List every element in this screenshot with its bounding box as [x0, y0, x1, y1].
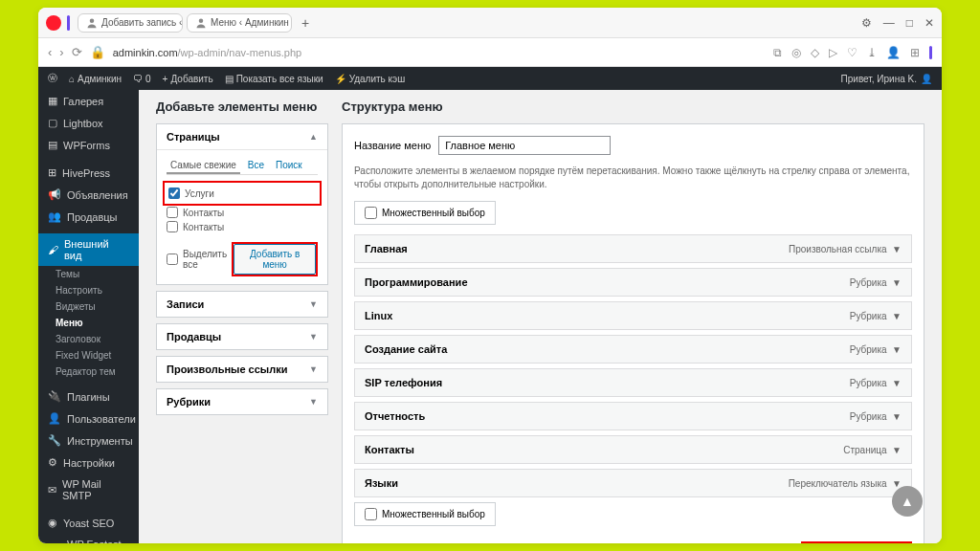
toolbar-icon[interactable]: 👤 [886, 46, 901, 59]
new-tab-button[interactable]: + [296, 13, 315, 33]
toolbar-icon[interactable]: ◎ [791, 46, 801, 59]
tab-recent[interactable]: Самые свежие [167, 158, 240, 174]
url-field[interactable]: adminkin.com/wp-admin/nav-menus.php [113, 47, 766, 58]
browser-tab-1[interactable]: Добавить запись ‹ Адми… [78, 13, 183, 33]
site-link[interactable]: ⌂ Админкин [69, 74, 122, 84]
toolbar-icon[interactable]: ▷ [829, 46, 837, 59]
panel-categories[interactable]: Рубрики▼ [157, 389, 327, 414]
sidebar-item[interactable]: ◉ Yoast SEO [38, 512, 139, 534]
add-to-menu-button[interactable]: Добавить в меню [234, 244, 316, 275]
chevron-up-icon: ▲ [309, 132, 318, 142]
browser-titlebar: Добавить запись ‹ Адми… Меню ‹ Админкин … [38, 8, 942, 38]
menu-item[interactable]: SIP телефонияРубрика ▼ [354, 368, 912, 397]
reload-button[interactable]: ⟳ [72, 45, 82, 59]
panel-pages-header[interactable]: Страницы▲ [157, 124, 327, 150]
menu-item[interactable]: LinuxРубрика ▼ [354, 301, 912, 330]
sidebar-item[interactable]: 🔧 Инструменты [38, 430, 139, 452]
menu-item[interactable]: ЯзыкиПереключатель языка ▼ [354, 469, 912, 497]
sidebar-item[interactable]: ⚡ WP Fastest Cache [38, 534, 139, 543]
sidebar-item-appearance[interactable]: 🖌 Внешний вид [38, 233, 139, 266]
comments-link[interactable]: 🗨 0 [133, 74, 151, 84]
svg-point-0 [90, 18, 95, 23]
languages-link[interactable]: ▤ Показать все языки [225, 74, 323, 84]
lock-icon: 🔒 [90, 45, 105, 59]
cache-link[interactable]: ⚡ Удалить кэш [335, 74, 406, 84]
admin-sidebar: ▦ Галерея ▢ Lightbox ▤ WPForms ⊞ HivePre… [38, 90, 139, 543]
chevron-down-icon: ▼ [309, 299, 318, 309]
minimize-icon[interactable]: — [883, 16, 895, 30]
chevron-down-icon: ▼ [309, 364, 318, 374]
sidebar-item[interactable]: 📢 Объявления [38, 184, 139, 206]
select-all-checkbox[interactable]: Выделить все [167, 249, 232, 270]
sidebar-sub[interactable]: Fixed Widget [38, 347, 139, 364]
sidebar-item[interactable]: ▦ Галерея [38, 90, 139, 112]
sidebar-sub[interactable]: Настроить [38, 282, 139, 298]
hint-text: Расположите элементы в желаемом порядке … [354, 165, 912, 191]
toolbar-icon[interactable]: ⊞ [910, 46, 920, 59]
opera-icon [46, 15, 61, 31]
menu-item[interactable]: КонтактыСтраница ▼ [354, 435, 912, 464]
toolbar-icon[interactable]: ⧉ [773, 46, 782, 59]
sidebar-sub[interactable]: Заголовок [38, 331, 139, 347]
sidebar-item[interactable]: ▤ WPForms [38, 134, 139, 156]
sidebar-item[interactable]: ▢ Lightbox [38, 112, 139, 134]
menu-item[interactable]: Создание сайтаРубрика ▼ [354, 335, 912, 364]
sidebar-item[interactable]: 🔌 Плагины [38, 386, 139, 408]
multi-select-toggle[interactable]: Множественный выбор [354, 502, 496, 526]
sidebar-item[interactable]: 👥 Продавцы [38, 206, 139, 228]
scroll-top-button[interactable]: ▲ [892, 486, 923, 517]
wp-admin-bar: ⓦ ⌂ Админкин 🗨 0 + Добавить ▤ Показать в… [38, 67, 942, 90]
maximize-icon[interactable]: □ [906, 16, 913, 30]
menu-name-label: Название меню [354, 140, 431, 151]
sidebar-sub[interactable]: Редактор тем [38, 364, 139, 380]
add-new-link[interactable]: + Добавить [163, 74, 213, 84]
sidebar-sub[interactable]: Темы [38, 266, 139, 282]
structure-title: Структура меню [342, 99, 924, 114]
tab-all[interactable]: Все [244, 158, 268, 174]
menu-item[interactable]: ПрограммированиеРубрика ▼ [354, 268, 912, 297]
forward-button[interactable]: › [59, 45, 63, 59]
menu-name-input[interactable] [438, 136, 611, 155]
sidebar-item[interactable]: ⚙ Настройки [38, 452, 139, 474]
toolbar-icon[interactable]: ♡ [847, 46, 858, 59]
sidebar-item[interactable]: 👤 Пользователи [38, 408, 139, 430]
sidebar-sub[interactable]: Виджеты [38, 298, 139, 315]
tab-search[interactable]: Поиск [272, 158, 306, 174]
panel-sellers[interactable]: Продавцы▼ [157, 324, 327, 349]
panel-posts[interactable]: Записи▼ [157, 292, 327, 317]
sidebar-sub-menu[interactable]: Меню [38, 315, 139, 331]
avatar-icon[interactable]: 👤 [921, 74, 932, 84]
address-bar: ‹ › ⟳ 🔒 adminkin.com/wp-admin/nav-menus.… [38, 38, 942, 67]
sidebar-item[interactable]: ⊞ HivePress [38, 162, 139, 184]
toolbar-icon[interactable]: ⤓ [867, 46, 877, 59]
user-greeting[interactable]: Привет, Ирина K. [841, 74, 917, 84]
page-checkbox[interactable]: Контакты [167, 221, 318, 232]
chevron-down-icon: ▼ [309, 397, 318, 407]
svg-point-1 [199, 18, 204, 23]
menu-item[interactable]: ГлавнаяПроизвольная ссылка ▼ [354, 234, 912, 263]
add-elements-title: Добавьте элементы меню [156, 99, 328, 114]
wp-logo-icon[interactable]: ⓦ [48, 72, 57, 85]
close-icon[interactable]: ✕ [924, 16, 934, 30]
accent-bar [67, 15, 70, 31]
back-button[interactable]: ‹ [48, 45, 52, 59]
chevron-down-icon: ▼ [309, 332, 318, 342]
panel-custom-links[interactable]: Произвольные ссылки▼ [157, 357, 327, 382]
page-checkbox[interactable]: Услуги [168, 187, 316, 199]
page-checkbox[interactable]: Контакты [167, 207, 318, 218]
toolbar-icon[interactable]: ◇ [811, 46, 819, 59]
multi-select-toggle[interactable]: Множественный выбор [354, 201, 496, 225]
sidebar-item[interactable]: ✉ WP Mail SMTP [38, 474, 139, 506]
browser-tab-2[interactable]: Меню ‹ Админкин — W… [187, 13, 292, 33]
settings-icon[interactable]: ⚙ [861, 16, 872, 30]
menu-item[interactable]: ОтчетностьРубрика ▼ [354, 402, 912, 430]
